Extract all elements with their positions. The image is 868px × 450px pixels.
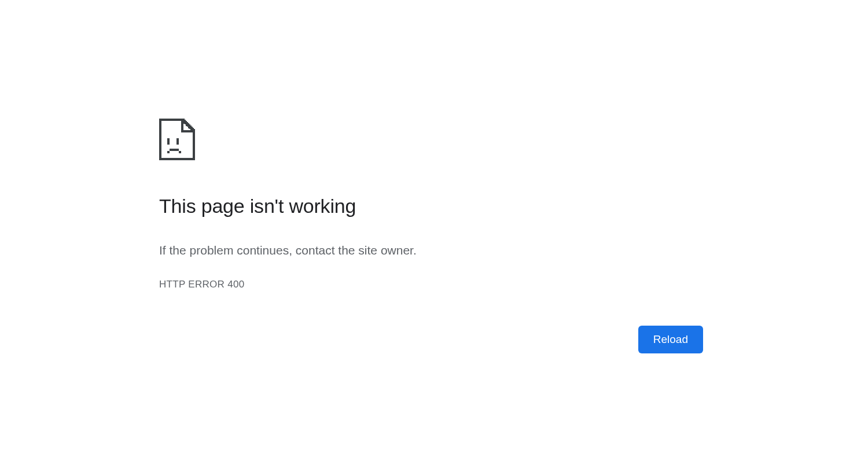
svg-rect-1 xyxy=(186,124,187,126)
svg-rect-4 xyxy=(176,138,179,145)
svg-rect-3 xyxy=(167,138,170,145)
svg-rect-2 xyxy=(188,127,190,128)
error-heading: This page isn't working xyxy=(159,195,703,217)
error-code: HTTP ERROR 400 xyxy=(159,279,703,290)
svg-rect-0 xyxy=(183,122,185,124)
svg-rect-7 xyxy=(179,151,181,153)
error-page-container: This page isn't working If the problem c… xyxy=(159,119,703,290)
svg-rect-5 xyxy=(170,149,179,151)
actions-row: Reload xyxy=(638,326,703,353)
error-description: If the problem continues, contact the si… xyxy=(159,242,703,259)
svg-rect-6 xyxy=(167,151,170,153)
sad-document-icon xyxy=(159,119,703,160)
reload-button[interactable]: Reload xyxy=(638,326,703,353)
